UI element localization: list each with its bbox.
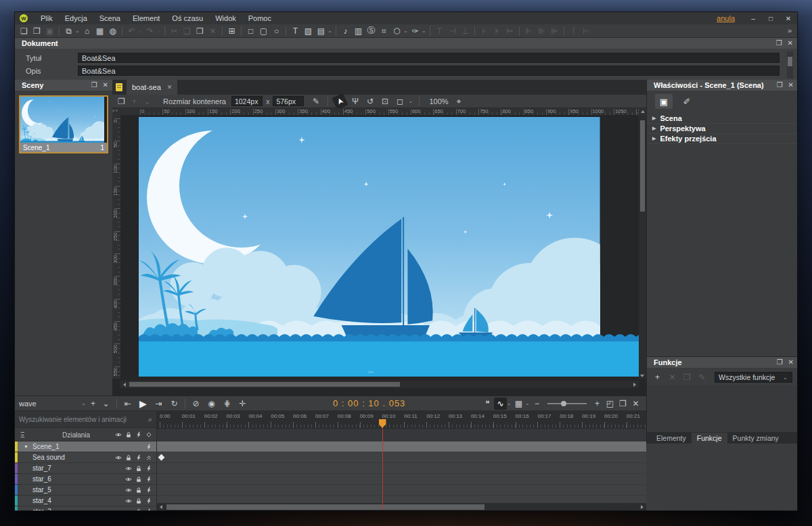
close-panel-icon[interactable]: ✕ [788,357,794,368]
float-panel-icon[interactable]: ❐ [777,80,783,91]
eye-icon[interactable] [125,465,132,472]
export-html5-icon[interactable]: ⌂ [81,25,93,37]
description-field[interactable] [78,66,780,76]
zoom-in-timeline-icon[interactable]: + [591,398,604,410]
lock-icon[interactable] [135,465,142,472]
section-efekty-przejścia[interactable]: ▶Efekty przejścia [647,134,797,144]
element-selector-dropdown[interactable]: wave ⌄ [19,400,87,408]
new-document-icon[interactable]: ❏ [18,25,30,37]
anchor-point-tool-icon[interactable]: Ψ [348,95,361,107]
add-keyframe-icon[interactable]: ✛ [236,398,249,410]
free-transform-tool-icon[interactable]: ◻ [393,95,406,107]
collapse-icon[interactable] [145,454,152,461]
auto-keyframe-mode-icon[interactable]: ◉ [205,398,218,410]
bolt-icon[interactable] [145,498,152,504]
video-element-icon[interactable]: ▥ [352,25,365,37]
eye-icon[interactable] [115,454,122,461]
add-animation-icon[interactable]: + [87,398,99,410]
disable-animations-icon[interactable]: ⊘ [189,398,202,410]
menu-widok[interactable]: Widok [209,12,242,24]
float-panel-icon[interactable]: ❐ [91,80,97,91]
account-link[interactable]: anula [717,14,735,22]
pointer-tool-icon[interactable]: ➤ [332,93,348,110]
pen-tool-chevron-icon[interactable]: ⌄ [422,28,427,34]
tab-punkty-zmiany[interactable]: Punkty zmiany [727,433,784,444]
go-to-end-icon[interactable]: ⇥ [152,398,165,410]
lock-icon[interactable] [135,487,142,494]
layer-track-scene-1[interactable] [157,441,646,452]
media-element-chevron-icon[interactable]: ⌄ [328,28,333,34]
stage[interactable] [139,117,639,377]
close-panel-icon[interactable]: ✕ [788,80,794,91]
zoom-level[interactable]: 100% [429,97,448,105]
add-function-icon[interactable]: + [651,371,664,383]
canvas[interactable] [120,115,639,379]
menu-edycja[interactable]: Edycja [59,12,93,24]
collapse-ruler-icon[interactable] [639,108,646,115]
close-panel-icon[interactable]: ✕ [103,80,108,91]
fit-stage-icon[interactable]: ⌖ [453,95,466,107]
menu-plik[interactable]: Plik [35,12,59,24]
bolt-icon[interactable] [145,476,152,483]
document-panel-scrollbar[interactable] [787,51,793,78]
pen-tool-icon[interactable]: ✑ [409,25,422,37]
tab-boat-sea[interactable]: boat-sea ✕ [127,80,177,95]
title-field[interactable] [78,53,780,63]
layer-track-star-6[interactable] [157,474,646,485]
bolt-icon[interactable] [135,431,142,438]
zoom-out-timeline-icon[interactable]: − [531,398,543,410]
layer-expander-icon[interactable]: ▼ [24,444,28,449]
timeline-view-mode-icon[interactable]: ▦ [512,398,525,410]
snap-mode-icon[interactable]: ∿ [494,398,507,410]
bolt-icon[interactable] [145,444,152,450]
bolt-icon[interactable] [145,465,152,472]
preview-in-browser-chevron-icon[interactable]: ⌄ [75,28,81,34]
float-panel-icon[interactable]: ❐ [776,38,782,49]
export-video-icon[interactable]: ▦ [93,25,106,37]
rounded-rectangle-tool-icon[interactable]: ▢ [257,25,270,37]
layer-track-star-7[interactable] [157,463,646,474]
tab-close-icon[interactable]: ✕ [167,84,173,91]
timeline-view-mode-chevron-icon[interactable]: ⌄ [525,400,531,406]
toolbar-overflow-icon[interactable]: » [788,26,792,34]
eye-icon[interactable] [125,508,132,511]
layer-row-sea-sound[interactable]: Sea sound [15,452,156,463]
timeline-ruler[interactable]: 0:0000:0100:0200:0300:0400:0500:0600:070… [157,411,646,429]
bolt-icon[interactable] [135,454,142,461]
menu-pomoc[interactable]: Pomoc [242,12,277,24]
search-input[interactable] [15,416,148,423]
close-panel-icon[interactable]: ✕ [788,38,793,49]
edit-container-size-icon[interactable]: ✎ [309,95,322,107]
layer-row-star-5[interactable]: star_5 [15,485,156,496]
eye-icon[interactable] [125,487,132,494]
lock-icon[interactable] [125,431,132,438]
add-animation-menu-icon[interactable]: ⌄ [99,398,112,410]
lock-icon[interactable] [135,476,142,483]
container-width-input[interactable] [231,96,263,106]
close-timeline-panel-icon[interactable]: ✕ [629,398,642,410]
symbol-element-icon[interactable]: Ⓢ [365,25,378,37]
menu-scena[interactable]: Scena [93,12,127,24]
float-panel-icon[interactable]: ❐ [777,357,783,368]
tab-funkcje[interactable]: Funkcje [692,433,727,444]
canvas-horizontal-scrollbar[interactable] [120,381,639,388]
media-element-icon[interactable]: ▤ [315,25,328,37]
tab-elementy[interactable]: Elementy [651,433,692,444]
eye-icon[interactable] [125,498,132,504]
timeline-zoom-slider[interactable] [547,403,587,404]
lock-icon[interactable] [125,454,132,461]
script-element-icon[interactable]: ⌗ [378,25,390,37]
undo-chevron-icon[interactable]: ⌄ [138,28,143,34]
export-package-icon[interactable]: ◍ [106,25,119,37]
minimize-window-icon[interactable]: – [744,12,762,24]
redo-chevron-icon[interactable]: ⌄ [156,28,162,34]
toggle-scenes-panel-icon[interactable]: ❐ [115,95,128,107]
functions-filter-dropdown[interactable]: Wszystkie funkcje ⌄ [715,372,792,383]
eye-icon[interactable] [125,476,132,483]
layer-row-scene-1[interactable]: ▼Scene_1 [15,441,156,452]
scene-properties-tab-icon[interactable]: ▣ [655,94,673,109]
container-height-input[interactable] [273,96,304,106]
lock-icon[interactable] [135,498,142,504]
go-to-start-icon[interactable]: ⇤ [121,398,134,410]
bolt-icon[interactable] [145,508,152,511]
